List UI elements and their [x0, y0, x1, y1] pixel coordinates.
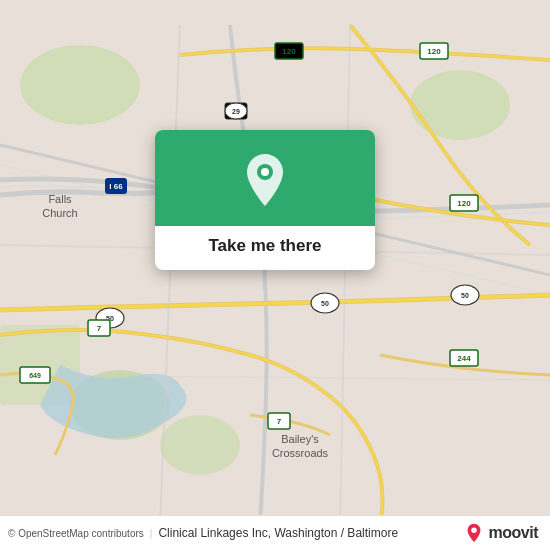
footer-divider: | [150, 528, 153, 539]
popup-header [155, 130, 375, 226]
svg-text:244: 244 [457, 354, 471, 363]
moovit-icon [463, 522, 485, 544]
svg-text:120: 120 [427, 47, 441, 56]
footer-left: © OpenStreetMap contributors | Clinical … [8, 526, 398, 540]
svg-text:120: 120 [457, 199, 471, 208]
copyright-text: © OpenStreetMap contributors [8, 528, 144, 539]
svg-text:I 66: I 66 [109, 182, 123, 191]
svg-text:Falls: Falls [48, 193, 72, 205]
svg-point-1 [20, 45, 140, 125]
location-pin-icon [241, 152, 289, 208]
svg-text:Church: Church [42, 207, 77, 219]
svg-text:120: 120 [282, 47, 296, 56]
take-me-there-button[interactable]: Take me there [192, 226, 337, 270]
svg-text:50: 50 [461, 292, 469, 299]
svg-point-3 [160, 415, 240, 475]
moovit-text: moovit [489, 524, 538, 542]
svg-text:Bailey's: Bailey's [281, 433, 319, 445]
svg-point-43 [471, 528, 477, 534]
svg-text:Crossroads: Crossroads [272, 447, 329, 459]
location-popup: Take me there [155, 130, 375, 270]
svg-point-2 [410, 70, 510, 140]
svg-text:50: 50 [321, 300, 329, 307]
footer-bar: © OpenStreetMap contributors | Clinical … [0, 515, 550, 550]
map-background: I 66 29 120 120 120 50 50 50 7 7 244 649… [0, 0, 550, 550]
footer-location-title: Clinical Linkages Inc, Washington / Balt… [158, 526, 398, 540]
svg-text:7: 7 [277, 417, 282, 426]
svg-text:649: 649 [29, 372, 41, 379]
moovit-logo: moovit [463, 522, 538, 544]
svg-text:7: 7 [97, 324, 102, 333]
map-container: I 66 29 120 120 120 50 50 50 7 7 244 649… [0, 0, 550, 550]
svg-text:29: 29 [232, 108, 240, 115]
svg-point-42 [261, 168, 269, 176]
